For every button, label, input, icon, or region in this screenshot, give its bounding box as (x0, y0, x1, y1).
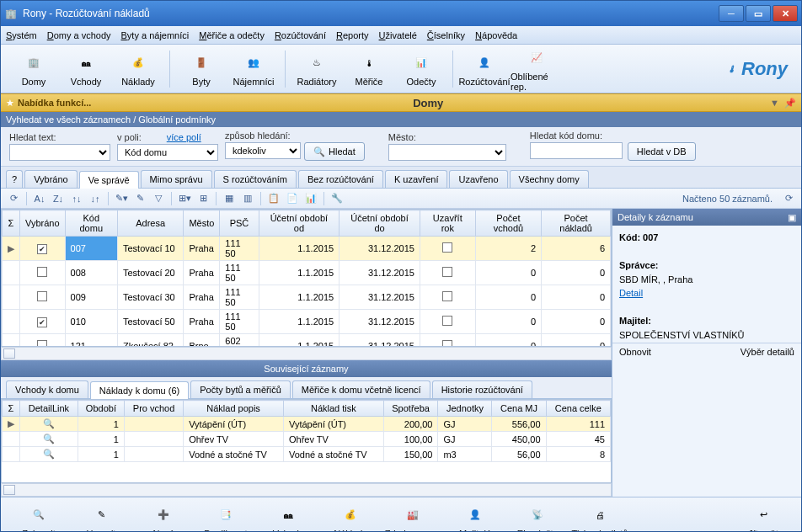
bottom-upravit[interactable]: ✎Upravit (70, 498, 132, 533)
detail-link[interactable]: Detail (619, 286, 794, 301)
related-tab-1[interactable]: Náklady k domu (6) (90, 381, 189, 399)
table-row[interactable]: 🔍1Ohřev TVOhřev TV100,00GJ450,0045 (3, 432, 611, 447)
table-row[interactable]: ▶007Testovací 10Praha111 501.1.201531.12… (3, 237, 611, 261)
toolbar-merice[interactable]: 🌡Měřiče (343, 46, 395, 92)
related-tab-0[interactable]: Vchody k domu (6, 380, 88, 398)
select-details-link[interactable]: Výběr detailů (741, 347, 794, 357)
related-tab-4[interactable]: Historie rozúčtování (432, 380, 532, 398)
menu-uživatelé[interactable]: Uživatelé (379, 30, 417, 40)
bottom-duplikovat[interactable]: 📑Duplikovat (195, 498, 257, 533)
related-tab-3[interactable]: Měřiče k domu včetně licencí (292, 380, 430, 398)
layout1-icon[interactable]: ▦ (222, 191, 237, 206)
minimize-button[interactable]: ─ (719, 5, 744, 22)
menu-nápověda[interactable]: Nápověda (475, 30, 517, 40)
col-header[interactable]: DetailLink (20, 401, 78, 417)
col-header[interactable]: Pro vchod (124, 401, 183, 417)
city-select[interactable] (388, 144, 506, 161)
filter-tab-2[interactable]: Ve správě (79, 171, 139, 189)
col-header[interactable]: Spotřeba (383, 401, 438, 417)
magnifier-icon[interactable]: 🔍 (20, 432, 78, 447)
columns-icon[interactable]: ⊞▾ (177, 191, 192, 206)
bottom-naklady[interactable]: 💰Náklady (319, 498, 382, 533)
filter-tab-1[interactable]: Vybráno (24, 170, 78, 188)
table-row[interactable]: 121Zkoušecí 82Brno602 001.1.201531.12.20… (3, 334, 611, 348)
bottom-majitele[interactable]: 👤Majitelé (444, 498, 506, 533)
sort-az-icon[interactable]: A↓ (32, 191, 47, 206)
code-input[interactable] (530, 142, 623, 159)
row-checkbox[interactable] (37, 244, 47, 254)
filter-tab-7[interactable]: Uzavřeno (449, 170, 507, 188)
table-row[interactable]: ▶🔍1Vytápění (ÚT)Vytápění (ÚT)200,00GJ556… (3, 417, 611, 432)
col-header[interactable]: Σ (3, 210, 20, 237)
menu-rozúčtování[interactable]: Rozúčtování (275, 30, 326, 40)
menu-číselníky[interactable]: Číselníky (427, 30, 465, 40)
col-header[interactable]: PSČ (220, 210, 259, 237)
col-header[interactable]: Cena MJ (492, 401, 546, 417)
close-year-checkbox[interactable] (442, 340, 452, 347)
field-select[interactable]: Kód domu (117, 144, 218, 161)
export1-icon[interactable]: 📋 (266, 191, 281, 206)
menu-byty-a-nájemníci[interactable]: Byty a nájemníci (121, 30, 190, 40)
table-row[interactable]: 🔍1Vodné a stočné TVVodné a stočné TV150,… (3, 447, 611, 462)
filter-tab-6[interactable]: K uzavření (385, 170, 448, 188)
related-scrollbar[interactable] (1, 483, 612, 497)
filter-tab-0[interactable]: ? (6, 170, 23, 188)
toolbar-rozuctovani[interactable]: 👤Rozúčtování (458, 46, 511, 92)
sort-desc-icon[interactable]: ↓↑ (88, 191, 103, 206)
filter-icon[interactable]: ▼ (770, 98, 779, 108)
toolbar-domy[interactable]: 🏢Domy (8, 46, 60, 92)
grid-icon[interactable]: ⊞ (195, 191, 211, 206)
sort-za-icon[interactable]: Z↓ (51, 191, 66, 206)
related-tab-2[interactable]: Počty bytů a měřičů (190, 380, 291, 398)
detail-collapse-icon[interactable]: ▣ (788, 212, 796, 223)
toolbar-radiatory[interactable]: ♨Radiátory (291, 46, 343, 92)
row-checkbox[interactable] (37, 317, 47, 327)
col-header[interactable]: Náklad tisk (283, 401, 383, 417)
bottom-zpet[interactable]: ↩Jít zpět (732, 498, 794, 533)
toolbar-byty[interactable]: 🚪Byty (175, 46, 227, 92)
col-header[interactable]: Město (184, 210, 220, 237)
row-checkbox[interactable] (37, 340, 47, 347)
menu-měřiče-a-odečty[interactable]: Měřiče a odečty (199, 30, 265, 40)
col-header[interactable]: Jednotky (438, 401, 492, 417)
close-year-checkbox[interactable] (442, 242, 452, 253)
related-grid[interactable]: ΣDetailLinkObdobíPro vchodNáklad popisNá… (1, 399, 612, 483)
search-db-button[interactable]: Hledat v DB (628, 142, 696, 161)
filter-edit-icon[interactable]: ✎▾ (114, 191, 129, 206)
reload-icon[interactable]: ⟳ (781, 191, 796, 206)
function-label[interactable]: Nabídka funkcí... (18, 98, 91, 108)
filter-pen-icon[interactable]: ✎ (132, 191, 147, 206)
menu-domy-a-vchody[interactable]: Domy a vchody (47, 30, 111, 40)
extra-icon[interactable]: 🔧 (329, 191, 345, 206)
grid-scrollbar[interactable] (1, 347, 612, 360)
bottom-zobrazit[interactable]: 🔍Zobrazit (8, 498, 70, 533)
filter-tab-3[interactable]: Mimo správu (141, 170, 212, 188)
export3-icon[interactable]: 📊 (303, 191, 318, 206)
table-row[interactable]: 008Testovací 20Praha111 501.1.201531.12.… (3, 261, 611, 285)
toolbar-vchody[interactable]: 🏘Vchody (60, 46, 112, 92)
refresh-link[interactable]: Obnovit (619, 347, 651, 357)
toolbar-odecty[interactable]: 📊Odečty (395, 46, 447, 92)
method-select[interactable]: kdekoliv (225, 142, 301, 159)
close-year-checkbox[interactable] (442, 316, 452, 326)
filter-tab-4[interactable]: S rozúčtováním (214, 170, 297, 188)
toolbar-najemnici[interactable]: 👥Nájemníci (227, 46, 280, 92)
bottom-tisk[interactable]: 🖨Tisk odp. listů (569, 498, 631, 533)
col-header[interactable]: Kód domu (65, 210, 117, 237)
close-year-checkbox[interactable] (442, 291, 452, 301)
sort-asc-icon[interactable]: ↑↓ (69, 191, 84, 206)
col-header[interactable]: Σ (3, 401, 20, 417)
maximize-button[interactable]: ▭ (746, 5, 771, 22)
filter-tab-5[interactable]: Bez rozúčtování (298, 170, 383, 188)
col-header[interactable]: Období (78, 401, 124, 417)
bottom-zdroje[interactable]: 🏭Zdroje a ceny (382, 498, 444, 533)
search-text-input[interactable] (9, 144, 110, 161)
layout2-icon[interactable]: ▥ (240, 191, 255, 206)
col-header[interactable]: Cena celke (546, 401, 610, 417)
magnifier-icon[interactable]: 🔍 (20, 417, 78, 432)
pin-icon[interactable]: 📌 (784, 98, 796, 109)
magnifier-icon[interactable]: 🔍 (20, 447, 78, 462)
col-header[interactable]: Náklad popis (184, 401, 284, 417)
col-header[interactable]: Počet vchodů (475, 210, 542, 237)
table-row[interactable]: 009Testovací 30Praha111 501.1.201531.12.… (3, 285, 611, 310)
